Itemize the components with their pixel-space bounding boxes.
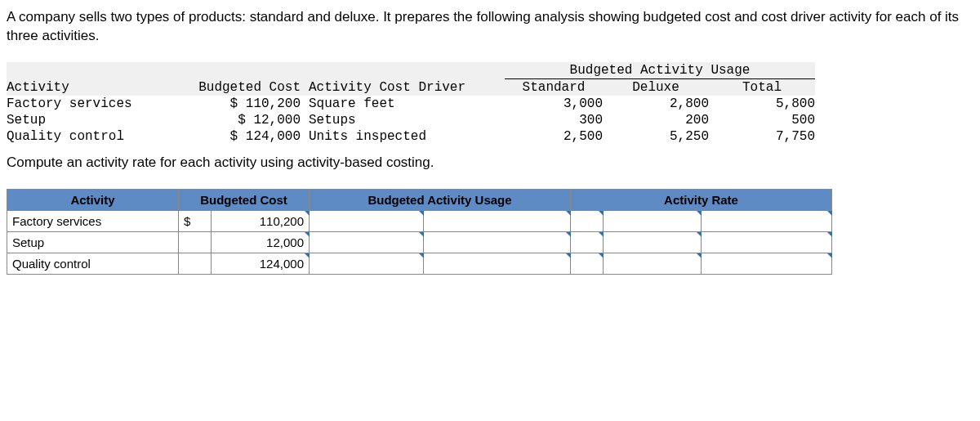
- answer-rate-currency-input[interactable]: [571, 231, 604, 253]
- data-cell: Square feet: [301, 96, 505, 112]
- data-cell: 3,000: [505, 96, 603, 112]
- usage-span-header: Budgeted Activity Usage: [505, 62, 815, 79]
- table-row: Quality control 124,000: [7, 253, 832, 274]
- answer-usage-input[interactable]: [310, 210, 424, 231]
- data-cell: $ 124,000: [178, 128, 301, 145]
- table-row: Factory services $ 110,200: [7, 210, 832, 231]
- answer-rate-unit-input[interactable]: [702, 231, 832, 253]
- answer-cost-input[interactable]: 124,000: [212, 253, 310, 274]
- answer-rate-input[interactable]: [604, 253, 702, 274]
- answer-rate-unit-input[interactable]: [702, 210, 832, 231]
- data-cell: Setup: [7, 112, 178, 128]
- data-cell: $ 12,000: [178, 112, 301, 128]
- data-cell: Setups: [301, 112, 505, 128]
- data-cell: Units inspected: [301, 128, 505, 145]
- answer-header-usage: Budgeted Activity Usage: [310, 189, 571, 210]
- header-activity: Activity: [7, 78, 178, 96]
- answer-rate-input[interactable]: [604, 231, 702, 253]
- answer-rate-unit-input[interactable]: [702, 253, 832, 274]
- answer-cost-input[interactable]: 12,000: [212, 231, 310, 253]
- answer-usage-unit-input[interactable]: [424, 253, 571, 274]
- answer-currency-cell: [179, 253, 212, 274]
- problem-intro: A company sells two types of products: s…: [7, 8, 973, 46]
- answer-rate-currency-input[interactable]: [571, 253, 604, 274]
- answer-header-rate: Activity Rate: [571, 189, 832, 210]
- answer-activity-cell: Factory services: [7, 210, 179, 231]
- answer-usage-unit-input[interactable]: [424, 231, 571, 253]
- answer-currency-cell: [179, 231, 212, 253]
- answer-usage-input[interactable]: [310, 253, 424, 274]
- answer-cost-input[interactable]: 110,200: [212, 210, 310, 231]
- instruction-text: Compute an activity rate for each activi…: [7, 155, 973, 171]
- table-row: Setup 12,000: [7, 231, 832, 253]
- data-cell: Factory services: [7, 96, 178, 112]
- data-cell: 300: [505, 112, 603, 128]
- answer-rate-input[interactable]: [604, 210, 702, 231]
- data-cell: Quality control: [7, 128, 178, 145]
- data-cell: 2,800: [603, 96, 709, 112]
- data-cell: 200: [603, 112, 709, 128]
- answer-usage-unit-input[interactable]: [424, 210, 571, 231]
- header-driver: Activity Cost Driver: [301, 78, 505, 96]
- data-cell: 2,500: [505, 128, 603, 145]
- data-cell: 7,750: [709, 128, 815, 145]
- answer-table: Activity Budgeted Cost Budgeted Activity…: [7, 189, 832, 275]
- answer-header-activity: Activity: [7, 189, 179, 210]
- data-cell: 500: [709, 112, 815, 128]
- header-standard: Standard: [505, 78, 603, 96]
- data-cell: 5,800: [709, 96, 815, 112]
- answer-rate-currency-input[interactable]: [571, 210, 604, 231]
- answer-activity-cell: Quality control: [7, 253, 179, 274]
- header-cost: Budgeted Cost: [178, 78, 301, 96]
- data-cell: 5,250: [603, 128, 709, 145]
- header-total: Total: [709, 78, 815, 96]
- answer-usage-input[interactable]: [310, 231, 424, 253]
- header-deluxe: Deluxe: [603, 78, 709, 96]
- answer-activity-cell: Setup: [7, 231, 179, 253]
- activity-data-table: Budgeted Activity Usage Activity Budgete…: [7, 62, 815, 145]
- answer-header-cost: Budgeted Cost: [179, 189, 310, 210]
- answer-currency-cell: $: [179, 210, 212, 231]
- data-cell: $ 110,200: [178, 96, 301, 112]
